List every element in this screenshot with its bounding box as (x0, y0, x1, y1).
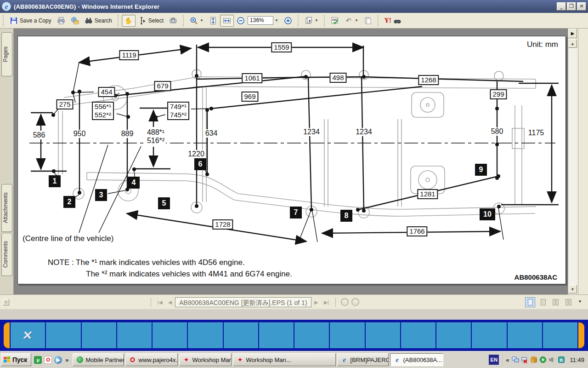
minimize-button[interactable]: _ (557, 2, 566, 11)
next-view-button[interactable]: → (351, 298, 359, 306)
document-area[interactable]: 1119155910614981268454679969275556*¹ 552… (14, 29, 568, 294)
security-alert-icon[interactable] (530, 356, 537, 363)
abc-check-icon: ABC (331, 17, 339, 25)
dock-panel-cell[interactable] (401, 322, 435, 348)
single-page-layout-button[interactable] (525, 297, 535, 307)
svg-text:B: B (560, 358, 563, 362)
page-field[interactable]: AB800638AC00ENG [更新済み].EPS (1 of 1) (175, 297, 311, 307)
taskbar-button-workshop-manual-1[interactable]: ✦ Workshop Man... (179, 353, 232, 366)
continuous-facing-layout-button[interactable] (551, 297, 561, 307)
pdf-toolbar: Save a Copy Search ✋ Select ▼ (0, 13, 588, 29)
continuous-layout-button[interactable] (538, 297, 548, 307)
yahoo-search-button[interactable]: Y! (382, 15, 402, 27)
taskbar-button-pajero4x[interactable]: O www.pajero4x... (125, 353, 178, 366)
search-button[interactable]: Search (82, 15, 115, 27)
start-button[interactable]: Пуск (1, 353, 31, 366)
snapshot-tool-button[interactable] (166, 15, 180, 27)
dimension-label-boxed: 749*¹ 745*² (167, 102, 189, 120)
dock-panel-cell[interactable] (366, 322, 400, 348)
hide-panel-arrow-button[interactable]: ▶ (568, 29, 577, 38)
language-indicator[interactable]: EN (489, 355, 499, 365)
taskbar-button-ab800638a-active[interactable]: e (AB800638A... (390, 353, 443, 366)
close-button[interactable]: ✕ (577, 2, 586, 11)
select-tool-button[interactable]: Select (136, 15, 166, 27)
dock-panel-cell[interactable] (543, 322, 577, 348)
ie-icon: e (394, 356, 401, 363)
network-places-icon[interactable] (512, 356, 519, 363)
zoom-in-tool-button[interactable]: ▼ (187, 15, 206, 27)
dock-panel-cell[interactable] (472, 322, 506, 348)
taskbar-button-brm-pajero[interactable]: e [BRM]PAJERO ... (337, 353, 389, 366)
dock-panel-cell[interactable] (117, 322, 152, 348)
export-pages-button[interactable]: ▼ (302, 15, 321, 27)
vertical-scrollbar[interactable] (568, 29, 578, 294)
email-button[interactable] (68, 15, 82, 27)
taskbar-button-workshop-manual-2[interactable]: ✦ Workshop Man... (233, 353, 336, 366)
previous-page-button[interactable]: ◀ (165, 298, 175, 307)
antivirus-icon[interactable] (539, 356, 547, 363)
unit-label: Unit: mm (527, 40, 558, 49)
zoom-out-button[interactable] (234, 15, 248, 27)
dock-panel-cell[interactable] (436, 322, 471, 348)
zoom-level-field[interactable]: 136% (248, 16, 273, 25)
dock-panel-cell[interactable] (46, 322, 80, 348)
dock-panel-cell[interactable] (224, 322, 258, 348)
save-a-copy-label: Save a Copy (20, 17, 51, 24)
binoculars-icon (85, 17, 93, 25)
tray-chevron[interactable]: « (505, 356, 510, 363)
previous-view-button[interactable]: ← (341, 298, 349, 306)
fit-width-button[interactable] (220, 15, 234, 27)
quicklaunch-overflow-chevron[interactable]: » (64, 356, 69, 363)
tab-pages[interactable]: Pages (1, 32, 12, 76)
dock-panel-cell[interactable] (82, 322, 116, 348)
toolbar-grip (118, 15, 119, 26)
quicklaunch-opera-icon[interactable]: O (44, 356, 52, 364)
copy-button[interactable] (361, 15, 375, 27)
dock-panel-cell[interactable] (294, 322, 329, 348)
next-page-button[interactable]: ▶ (311, 298, 322, 307)
dock-panel-cell[interactable] (188, 322, 222, 348)
frame-point-marker: 8 (340, 210, 352, 222)
zoom-dropdown-caret[interactable]: ▼ (275, 18, 278, 23)
frame-point-marker: 6 (194, 158, 206, 170)
taskbar-button-mobile-partner[interactable]: Mobile Partner (73, 353, 124, 366)
last-page-button[interactable]: ▶| (322, 298, 332, 307)
dimension-label-boxed: 454 (98, 87, 115, 97)
spellcheck-button[interactable]: ABC (328, 15, 342, 27)
page-export-icon (305, 17, 313, 25)
statusbar-splitter-button[interactable]: ≡ (3, 299, 9, 305)
dock-panel-cell[interactable] (153, 322, 187, 348)
volume-icon[interactable] (548, 356, 556, 363)
zoom-in-button[interactable] (281, 15, 295, 27)
dock-panel-cell[interactable] (330, 322, 364, 348)
dock-left-cap (4, 322, 10, 348)
network-disconnected-icon[interactable] (521, 356, 528, 363)
fit-width-icon (223, 17, 231, 25)
desktop: { "window": { "title": "(AB800638AC00ENG… (0, 0, 588, 368)
save-a-copy-button[interactable]: Save a Copy (7, 15, 54, 27)
facing-layout-button[interactable] (564, 297, 574, 307)
dimension-label: 950 (72, 130, 87, 138)
fit-page-button[interactable] (206, 15, 220, 27)
scroll-down-button[interactable]: ▼ (568, 285, 577, 293)
undo-button[interactable]: ↶ ▼ (342, 15, 361, 27)
ie-icon: e (341, 356, 348, 363)
dock-panel-cell[interactable] (259, 322, 294, 348)
hand-tool-button[interactable]: ✋ (122, 15, 136, 27)
tab-attachments[interactable]: Attachments (1, 184, 12, 232)
dock-panel-cell[interactable] (11, 322, 45, 348)
lan-status-icon[interactable]: B (558, 356, 565, 363)
tab-comments[interactable]: Comments (1, 233, 12, 276)
print-button[interactable] (54, 15, 68, 27)
layout-dropdown-button[interactable]: ▼ (577, 299, 583, 305)
dimension-label: 1234 (354, 128, 373, 136)
quicklaunch-app-icon[interactable]: µ (34, 356, 42, 364)
maximize-button[interactable]: ❐ (567, 2, 576, 11)
quicklaunch-media-player-icon[interactable]: ▶ (54, 356, 62, 364)
toolbar-grip (298, 15, 300, 26)
first-page-button[interactable]: |◀ (155, 298, 165, 307)
dimension-label-boxed: 1268 (418, 75, 439, 85)
scroll-up-button[interactable]: ▲ (568, 39, 577, 48)
dock-panel-cell[interactable] (508, 322, 542, 348)
frame-point-marker: 4 (128, 177, 140, 189)
